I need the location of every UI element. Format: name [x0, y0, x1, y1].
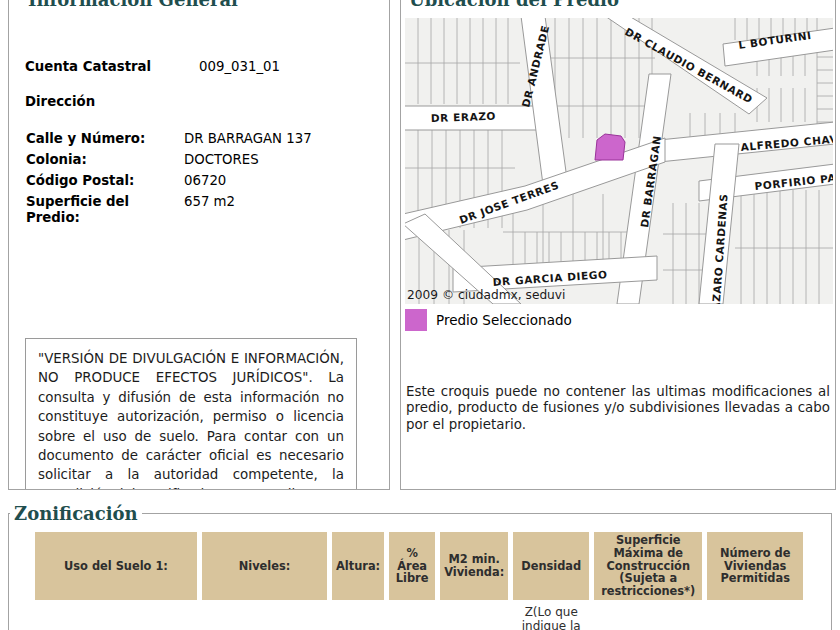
header-num-viviendas: Número de Viviendas Permitidas [707, 532, 803, 600]
calle-numero-value: DR BARRAGAN 137 [184, 131, 312, 147]
parcel-legend-label: Predio Seleccionado [436, 312, 572, 328]
superficie-row: Superficie del Predio: 657 m2 [26, 194, 375, 226]
page: Información General Cuenta Catastral 009… [0, 0, 840, 630]
location-title: Ubicación del Predio [405, 0, 623, 10]
cell-uso-del-suelo [35, 603, 197, 630]
header-area-libre: % Área Libre [389, 532, 435, 600]
zonificacion-table: Uso del Suelo 1: Niveles: Altura: % Área… [30, 529, 808, 630]
colonia-row: Colonia: DOCTORES [26, 152, 375, 168]
address-group: Calle y Número: DR BARRAGAN 137 Colonia:… [23, 131, 375, 226]
map-copyright: 2009 © ciudadmx, seduvi [407, 288, 565, 302]
cuenta-catastral-value: 009_031_01 [199, 59, 280, 74]
street-label-erazo: DR ERAZO [431, 110, 497, 124]
general-info-panel: Información General Cuenta Catastral 009… [8, 0, 390, 490]
cell-superficie-maxima [594, 603, 702, 630]
map-note: Este croquis puede no contener las ultim… [406, 384, 830, 433]
codigo-postal-value: 06720 [184, 173, 226, 189]
zonificacion-title: Zonificación [10, 503, 142, 524]
general-info-content: Cuenta Catastral 009_031_01 Dirección Ca… [23, 59, 375, 490]
parcel-legend-swatch [405, 309, 427, 331]
header-uso-del-suelo: Uso del Suelo 1: [35, 532, 197, 600]
general-info-title: Información General [24, 0, 242, 10]
cell-densidad: Z(Lo que indique la [513, 603, 589, 630]
cell-m2-min-vivienda [440, 603, 508, 630]
map-legend-row: Predio Seleccionado [405, 309, 833, 331]
header-altura: Altura: [332, 532, 384, 600]
header-m2-min-vivienda: M2 min. Vivienda: [440, 532, 508, 600]
superficie-value: 657 m2 [184, 194, 235, 226]
cuenta-catastral-row: Cuenta Catastral 009_031_01 [25, 59, 375, 74]
codigo-postal-row: Código Postal: 06720 [26, 173, 375, 189]
colonia-label: Colonia: [26, 152, 184, 168]
zonificacion-panel: Zonificación Uso del Suelo 1: Niveles: A… [8, 503, 832, 630]
cell-num-viviendas [707, 603, 803, 630]
superficie-label: Superficie del Predio: [26, 194, 184, 226]
calle-numero-label: Calle y Número: [26, 131, 184, 147]
cell-altura [332, 603, 384, 630]
header-niveles: Niveles: [202, 532, 327, 600]
zonificacion-data-row: Z(Lo que indique la [35, 603, 803, 630]
selected-parcel [595, 134, 625, 160]
codigo-postal-label: Código Postal: [26, 173, 184, 189]
legal-disclaimer-box: "VERSIÓN DE DIVULGACIÓN E INFORMACIÓN, N… [25, 338, 357, 490]
colonia-value: DOCTORES [184, 152, 259, 168]
header-densidad: Densidad [513, 532, 589, 600]
cell-area-libre [389, 603, 435, 630]
cuenta-catastral-label: Cuenta Catastral [25, 59, 199, 74]
header-superficie-maxima: Superficie Máxima de Construcción (Sujet… [594, 532, 702, 600]
zonificacion-header-row: Uso del Suelo 1: Niveles: Altura: % Área… [35, 532, 803, 600]
calle-numero-row: Calle y Número: DR BARRAGAN 137 [26, 131, 375, 147]
top-panels: Información General Cuenta Catastral 009… [8, 0, 840, 490]
cell-niveles [202, 603, 327, 630]
location-panel: Ubicación del Predio [400, 0, 836, 490]
direccion-label: Dirección [25, 94, 375, 109]
parcel-map: DR ANDRADE DR CLAUDIO BERNARD L BOTURINI… [405, 18, 833, 304]
